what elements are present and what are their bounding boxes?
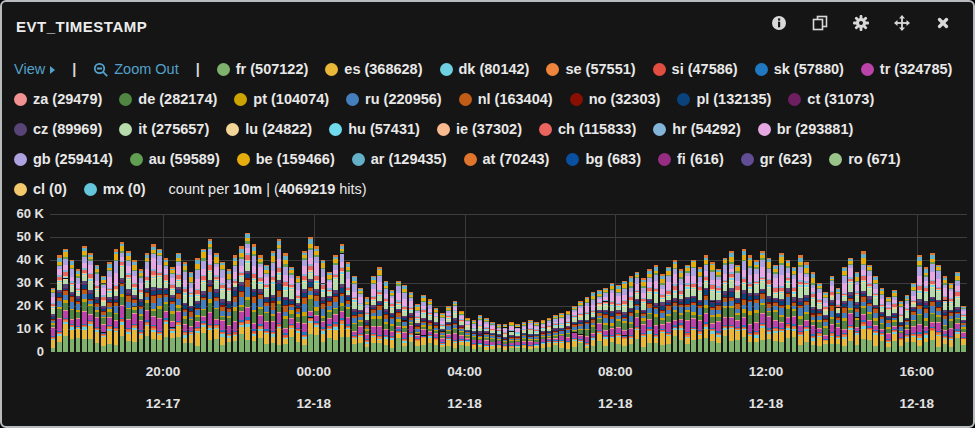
legend-item-ie[interactable]: ie (37302)	[437, 118, 522, 141]
bar-segment-tr	[716, 321, 721, 331]
legend-item-ro[interactable]: ro (671)	[829, 148, 900, 171]
bar-segment-sk	[754, 331, 759, 332]
bar-segment-cz	[396, 309, 401, 310]
view-menu-link[interactable]: View	[14, 58, 55, 81]
legend-item-pl[interactable]: pl (132135)	[677, 88, 771, 111]
bar-segment-be	[490, 323, 495, 324]
bar-segment-ar	[635, 272, 640, 275]
legend-item-br[interactable]: br (293881)	[758, 118, 854, 141]
legend-item-hu[interactable]: hu (57431)	[329, 118, 420, 141]
legend-item-tr[interactable]: tr (324785)	[861, 58, 953, 81]
bar-segment-it	[541, 328, 546, 331]
bar-segment-dk	[114, 331, 119, 332]
legend-item-nl[interactable]: nl (163404)	[459, 88, 553, 111]
bar-segment-cz	[804, 295, 809, 297]
bar-segment-ie	[691, 287, 696, 288]
bar-segment-pt	[63, 300, 68, 302]
bar-segment-es	[905, 338, 910, 342]
legend-item-ar[interactable]: ar (129435)	[352, 148, 447, 171]
info-icon[interactable]	[771, 15, 787, 31]
bar-segment-de	[170, 314, 175, 321]
legend-item-sk[interactable]: sk (57880)	[755, 58, 844, 81]
bar-segment-za	[120, 305, 125, 306]
bar-segment-ru	[101, 315, 106, 317]
legend-item-se[interactable]: se (57551)	[546, 58, 635, 81]
legend-item-fr[interactable]: fr (507122)	[217, 58, 309, 81]
legend-item-pt[interactable]: pt (104074)	[234, 88, 329, 111]
bar-segment-fr	[666, 344, 671, 352]
legend-item-at[interactable]: at (70243)	[464, 148, 550, 171]
legend-item-mx[interactable]: mx (0)	[84, 178, 146, 201]
bar-segment-lu	[114, 290, 119, 291]
zoom-out-icon	[93, 62, 109, 78]
bar-segment-fr	[478, 347, 483, 352]
legend-item-gr[interactable]: gr (623)	[741, 148, 812, 171]
bar-segment-br	[522, 327, 527, 330]
zoom-out-link[interactable]: Zoom Out	[93, 58, 178, 81]
legend-item-lu[interactable]: lu (24822)	[226, 118, 312, 141]
legend-item-es[interactable]: es (368628)	[325, 58, 422, 81]
bar-segment-pt	[126, 308, 131, 309]
legend-item-bg[interactable]: bg (683)	[566, 148, 641, 171]
bar-segment-pl	[647, 301, 652, 303]
bar-segment-it	[509, 332, 514, 335]
bar-segment-ch	[666, 291, 671, 294]
bar-segment-ch	[239, 273, 244, 275]
bar-segment-nl	[76, 301, 81, 303]
bar-segment-es	[402, 343, 407, 346]
bar-segment-it	[804, 287, 809, 295]
bar-segment-ct	[409, 315, 414, 316]
bar-segment-tr	[296, 323, 301, 328]
legend-item-ct[interactable]: ct (31073)	[788, 88, 874, 111]
histogram-plot[interactable]	[50, 214, 967, 352]
legend-item-si[interactable]: si (47586)	[653, 58, 738, 81]
legend-item-it[interactable]: it (275657)	[119, 118, 209, 141]
bar-segment-ie	[873, 295, 878, 296]
legend-item-dk[interactable]: dk (80142)	[440, 58, 530, 81]
legend-item-cz[interactable]: cz (89969)	[14, 118, 102, 141]
bar-segment-ar	[132, 262, 137, 265]
legend-item-gb[interactable]: gb (259414)	[14, 148, 113, 171]
bar-segment-si	[779, 328, 784, 329]
bar-segment-hr	[742, 277, 747, 279]
bar-segment-se	[214, 326, 219, 328]
duplicate-icon[interactable]	[812, 15, 828, 31]
bar-segment-fr	[271, 343, 276, 352]
legend-item-ru[interactable]: ru (220956)	[346, 88, 442, 111]
bar-segment-gb	[176, 262, 181, 265]
bar-segment-hu	[830, 295, 835, 296]
legend-item-de[interactable]: de (282174)	[119, 88, 217, 111]
bar-segment-cz	[371, 305, 376, 307]
bar-segment-si	[453, 340, 458, 341]
legend-item-label: bg (683)	[585, 148, 641, 171]
bar-segment-ru	[421, 323, 426, 325]
legend-item-cl[interactable]: cl (0)	[14, 178, 67, 201]
move-icon[interactable]	[894, 15, 910, 31]
legend-item-au[interactable]: au (59589)	[130, 148, 220, 171]
bar-segment-pt	[101, 317, 106, 319]
legend-item-hr[interactable]: hr (54292)	[653, 118, 741, 141]
legend-item-ch[interactable]: ch (115833)	[539, 118, 636, 141]
bar-segment-au	[396, 284, 401, 285]
bar-segment-fr	[453, 348, 458, 352]
bar-segment-cz	[314, 289, 319, 292]
settings-gear-icon[interactable]	[853, 15, 869, 31]
bar-segment-br	[214, 267, 219, 276]
legend-item-fi[interactable]: fi (616)	[658, 148, 724, 171]
bar-segment-tr	[440, 338, 445, 342]
bar-segment-hu	[151, 277, 156, 279]
legend-item-no[interactable]: no (32303)	[570, 88, 661, 111]
bar-segment-at	[114, 249, 119, 252]
legend-item-be[interactable]: be (159466)	[237, 148, 335, 171]
bar-segment-be	[685, 268, 690, 271]
bar-segment-cz	[76, 296, 81, 297]
bar-segment-ru	[842, 313, 847, 319]
bar-segment-it	[145, 282, 150, 289]
legend-item-za[interactable]: za (29479)	[14, 88, 102, 111]
bar-segment-dk	[886, 342, 891, 344]
bar-segment-de	[867, 314, 872, 320]
bar-stack	[679, 269, 684, 352]
close-icon[interactable]	[935, 15, 951, 31]
bar-segment-pt	[578, 329, 583, 330]
bar-segment-hu	[955, 297, 960, 298]
